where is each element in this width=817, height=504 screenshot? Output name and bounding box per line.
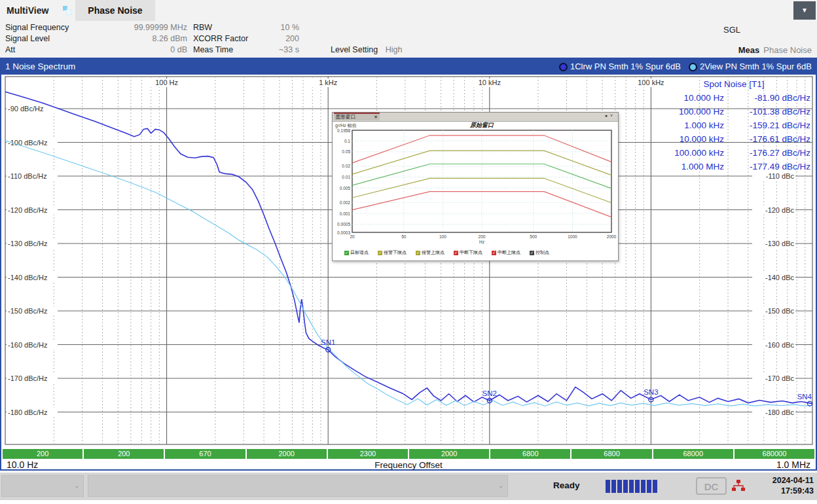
spot-noise-row: 1.000 MHz-177.49 dBc/Hz — [653, 160, 814, 173]
svg-text:0.02: 0.02 — [342, 164, 350, 168]
legend-checkbox-icon: ✓ — [378, 251, 382, 255]
field-signal-frequency[interactable]: Signal Frequency99.99999 MHz — [5, 22, 187, 33]
xcorr-segment: 2000 — [408, 449, 489, 459]
status-bar: ⌄ ⌄ Ready DC 2024-04-11 17:59:43 — [0, 473, 817, 500]
svg-text:-90 dBc/Hz: -90 dBc/Hz — [8, 105, 43, 113]
svg-text:20: 20 — [350, 234, 355, 239]
svg-text:200: 200 — [479, 234, 486, 239]
time: 17:59:43 — [772, 486, 814, 496]
svg-text:100 Hz: 100 Hz — [155, 79, 178, 86]
svg-text:0.0003: 0.0003 — [337, 230, 350, 235]
svg-text:-130 dBc: -130 dBc — [765, 240, 795, 247]
svg-text:-120 dBc: -120 dBc — [765, 206, 795, 214]
dc-coupling-indicator[interactable]: DC — [696, 477, 727, 495]
svg-text:0.001: 0.001 — [340, 211, 351, 216]
measurement-header: Signal Frequency99.99999 MHz Signal Leve… — [0, 21, 817, 58]
progress-segment — [606, 480, 610, 493]
svg-text:-130 dBc/Hz: -130 dBc/Hz — [8, 240, 48, 247]
overlay-legend-item[interactable]: ✓报警上限点 — [416, 249, 445, 256]
ready-status: Ready — [553, 480, 580, 490]
progress-segment — [617, 480, 622, 493]
svg-text:10 kHz: 10 kHz — [479, 79, 501, 86]
svg-text:原始窗口: 原始窗口 — [469, 122, 494, 128]
progress-segment — [629, 480, 634, 493]
marker-label: SN1 — [321, 338, 335, 346]
measurement-progress-bar — [606, 480, 657, 493]
legend-checkbox-icon: ✓ — [454, 251, 458, 255]
field-signal-level[interactable]: Signal Level8.26 dBm — [5, 33, 187, 45]
stop-frequency[interactable]: 1.0 MHz — [776, 459, 810, 470]
noise-spectrum-window: 1 Noise Spectrum 1Clrw PN Smth 1% Spur 6… — [0, 58, 817, 471]
xcorr-gain-bar: 2002006702000230020006800680068000680000 — [3, 449, 814, 459]
xcorr-segment: 680000 — [733, 449, 814, 459]
tab-phase-noise[interactable]: Phase Noise — [75, 0, 155, 21]
multiview-icon — [63, 6, 71, 14]
svg-text:-180 dBc/Hz: -180 dBc/Hz — [8, 408, 48, 416]
field-level-setting[interactable]: Level Setting High — [331, 45, 402, 56]
svg-text:0.0005: 0.0005 — [337, 222, 350, 226]
svg-text:0.05: 0.05 — [342, 149, 350, 154]
lan-network-icon — [732, 479, 745, 492]
overlay-legend-item[interactable]: ✓中断下限点 — [454, 249, 482, 256]
trace2-legend-entry[interactable]: 2View PN Smth 1% Spur 6dB — [689, 59, 812, 75]
svg-text:1 kHz: 1 kHz — [319, 79, 337, 86]
overlay-legend-item[interactable]: ✓目标谱点 — [344, 249, 369, 256]
status-dropdown-left[interactable]: ⌄ — [1, 475, 84, 497]
field-rbw[interactable]: RBW10 % — [193, 22, 299, 33]
overlay-legend-item[interactable]: ✓控制点 — [530, 249, 549, 256]
progress-segment — [611, 480, 616, 493]
spot-noise-row: 10.000 kHz-176.61 dBc/Hz — [653, 132, 814, 146]
xcorr-segment: 670 — [164, 449, 245, 459]
legend-checkbox-icon: ✓ — [530, 251, 534, 255]
field-meas-time[interactable]: Meas Time~33 s — [193, 45, 299, 56]
legend-checkbox-icon: ✓ — [416, 251, 420, 255]
svg-text:-140 dBc/Hz: -140 dBc/Hz — [8, 274, 48, 281]
svg-text:0.002: 0.002 — [340, 200, 351, 205]
overlay-legend-item[interactable]: ✓中断上限点 — [492, 249, 520, 256]
svg-text:Hz: Hz — [479, 240, 484, 244]
svg-text:50: 50 — [401, 234, 407, 239]
overlay-profile-chart: 原始窗口g²/Hz 幅值0.19580.10.050.020.010.0050.… — [333, 121, 618, 261]
svg-text:100: 100 — [439, 234, 446, 239]
progress-segment — [641, 480, 645, 493]
marker-label: SN4 — [797, 393, 812, 401]
xcorr-segment: 6800 — [489, 449, 570, 459]
svg-text:-180 dBc: -180 dBc — [765, 408, 795, 416]
start-frequency[interactable]: 10.0 Hz — [7, 459, 38, 470]
progress-segment — [635, 480, 640, 493]
xcorr-segment: 200 — [3, 449, 82, 459]
spot-noise-row: 100.000 kHz-176.27 dBc/Hz — [653, 146, 814, 160]
svg-text:0.1958: 0.1958 — [337, 128, 350, 133]
field-att[interactable]: Att0 dB — [5, 45, 187, 56]
progress-segment — [647, 480, 651, 493]
overlay-tab[interactable]: 图形窗口 ✕ — [334, 113, 380, 120]
svg-text:-160 dBc: -160 dBc — [765, 341, 795, 349]
overlay-app-window[interactable]: 图形窗口 ✕ ●˅ 原始窗口g²/Hz 幅值0.19580.10.050.020… — [332, 112, 619, 261]
bottom-margin — [0, 500, 817, 504]
spot-noise-row: 1.000 kHz-159.21 dBc/Hz — [653, 118, 814, 132]
tab-multiview[interactable]: MultiView — [7, 0, 48, 21]
progress-segment — [653, 480, 657, 493]
status-message-box[interactable]: ⌄ — [88, 475, 508, 497]
trace1-bullet-icon — [559, 63, 568, 71]
overlay-legend: ✓目标谱点✓报警下限点✓报警上限点✓中断下限点✓中断上限点✓控制点 — [344, 249, 549, 256]
svg-text:-140 dBc: -140 dBc — [765, 274, 795, 281]
trace1-legend-entry[interactable]: 1Clrw PN Smth 1% Spur 6dB — [559, 59, 681, 75]
overlay-close-icon[interactable]: ✕ — [374, 114, 378, 120]
marker-label: SN2 — [482, 389, 497, 397]
marker-label: SN3 — [644, 388, 658, 396]
xcorr-segment: 6800 — [570, 449, 651, 459]
legend-checkbox-icon: ✓ — [344, 251, 349, 255]
xcorr-segment: 68000 — [652, 449, 733, 459]
svg-text:-170 dBc/Hz: -170 dBc/Hz — [8, 374, 48, 382]
overlay-tab-strip: 图形窗口 ✕ ●˅ — [333, 113, 618, 122]
field-xcorr-factor[interactable]: XCORR Factor200 — [193, 33, 299, 45]
svg-text:-150 dBc/Hz: -150 dBc/Hz — [8, 307, 48, 315]
spot-noise-table: Spot Noise [T1] 10.000 Hz-81.90 dBc/Hz 1… — [653, 77, 814, 173]
overlay-window-icons[interactable]: ●˅ — [605, 113, 615, 118]
overlay-legend-item[interactable]: ✓报警下限点 — [378, 249, 407, 256]
window-dropdown-button[interactable]: ▼ — [793, 1, 816, 20]
svg-text:0.01: 0.01 — [342, 175, 350, 179]
x-axis-title: Frequency Offset — [1, 460, 816, 470]
svg-text:2000: 2000 — [607, 234, 617, 239]
